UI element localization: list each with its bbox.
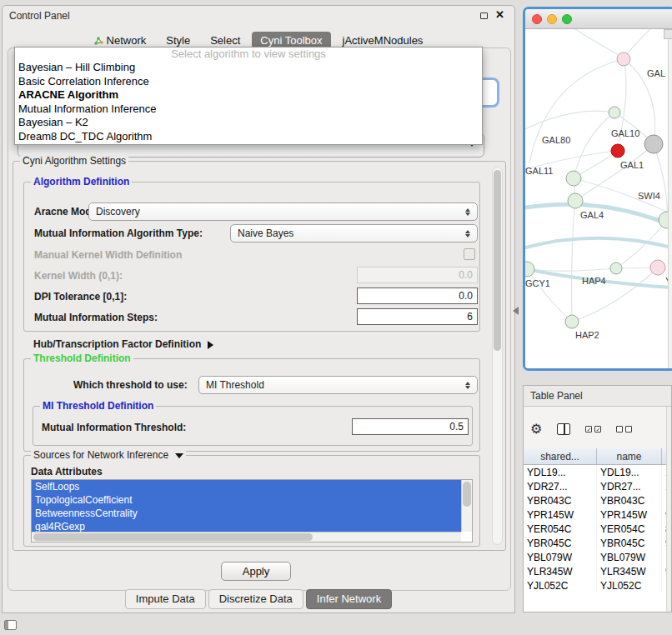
data-attributes-label: Data Attributes bbox=[31, 466, 103, 478]
table-row[interactable]: YBR043CYBR043C bbox=[524, 493, 671, 508]
network-node[interactable] bbox=[565, 315, 579, 328]
settings-scrollbar-thumb[interactable] bbox=[494, 170, 501, 351]
network-edge[interactable] bbox=[525, 111, 614, 129]
bottom-tab-infer-network[interactable]: Infer Network bbox=[306, 589, 392, 609]
table-cell: YJL052C bbox=[524, 578, 597, 592]
network-node[interactable] bbox=[568, 193, 583, 208]
table-row[interactable]: YJL052CYJL052C bbox=[524, 578, 671, 592]
network-canvas[interactable]: GALGAL80GAL10GAL11GAL1SWI4GAL4GCY1HAP4YH… bbox=[525, 29, 672, 368]
show-panel-icon[interactable] bbox=[4, 620, 17, 630]
expand-right-icon[interactable] bbox=[208, 341, 213, 349]
mi-type-combo[interactable]: Naive Bayes bbox=[230, 224, 478, 242]
kernel-width-label: Kernel Width (0,1): bbox=[34, 270, 123, 282]
float-window-icon[interactable] bbox=[480, 12, 488, 19]
network-edge[interactable] bbox=[574, 112, 614, 178]
select-all-checks-icon[interactable]: ✓ ✓ bbox=[585, 426, 601, 432]
table-row[interactable]: YLR345WYLR345W9. bbox=[524, 564, 671, 578]
column-header[interactable]: name bbox=[597, 448, 662, 464]
apply-button[interactable]: Apply bbox=[221, 562, 291, 581]
collapse-down-icon[interactable] bbox=[175, 453, 183, 458]
table-row[interactable]: YDR27...YDR27...12 bbox=[524, 479, 671, 493]
network-node[interactable] bbox=[617, 52, 630, 66]
which-threshold-value: MI Threshold bbox=[199, 379, 461, 391]
control-panel-title: Control Panel bbox=[9, 10, 70, 22]
algorithm-option[interactable]: Mutual Information Inference bbox=[15, 102, 482, 117]
hub-section-row[interactable]: Hub/Transcription Factor Definition bbox=[33, 338, 213, 350]
aracne-mode-value: Discovery bbox=[89, 206, 461, 218]
table-header-row: shared...name bbox=[524, 448, 671, 465]
tab-label: Network bbox=[107, 34, 147, 47]
bottom-tab-impute-data[interactable]: Impute Data bbox=[125, 589, 206, 609]
deselect-all-checks-icon[interactable] bbox=[616, 426, 632, 432]
network-window-titlebar[interactable] bbox=[525, 9, 672, 29]
panel-collapse-arrow-icon[interactable] bbox=[513, 307, 519, 315]
mi-threshold-field[interactable]: 0.5 bbox=[352, 418, 469, 435]
columns-icon[interactable] bbox=[557, 423, 570, 435]
bottom-tab-discretize-data[interactable]: Discretize Data bbox=[208, 589, 303, 609]
dpi-tolerance-field[interactable]: 0.0 bbox=[357, 288, 478, 304]
algorithm-dropdown-popup: Select algorithm to view settings Bayesi… bbox=[14, 47, 483, 145]
dpi-tolerance-value: 0.0 bbox=[459, 290, 473, 302]
tab-label: Select bbox=[210, 34, 240, 47]
data-attribute-item[interactable]: TopologicalCoefficient bbox=[32, 493, 461, 507]
network-node[interactable] bbox=[611, 144, 624, 158]
network-node-label: GAL1 bbox=[620, 160, 644, 170]
which-threshold-label: Which threshold to use: bbox=[73, 379, 188, 391]
network-view-window: GALGAL80GAL10GAL11GAL1SWI4GAL4GCY1HAP4YH… bbox=[523, 7, 672, 371]
algorithm-option[interactable]: Bayesian – Hill Climbing bbox=[15, 61, 482, 75]
table-cell: YBL079W bbox=[597, 550, 662, 564]
cyni-algorithm-settings-group: Cyni Algorithm Settings Algorithm Defini… bbox=[13, 161, 506, 551]
table-cell: YLR345W bbox=[597, 564, 662, 578]
manual-kernel-checkbox[interactable] bbox=[464, 248, 475, 260]
algorithm-option[interactable]: Dream8 DC_TDC Algorithm bbox=[15, 130, 482, 144]
table-row[interactable]: YBL079WYBL079W bbox=[524, 550, 671, 564]
attribute-list-vscrollbar-thumb[interactable] bbox=[463, 482, 471, 507]
column-header[interactable]: shared... bbox=[524, 448, 597, 464]
zoom-traffic-light[interactable] bbox=[562, 14, 572, 24]
data-attribute-item[interactable]: BetweennessCentrality bbox=[32, 507, 461, 520]
network-node[interactable] bbox=[650, 260, 665, 275]
close-traffic-light[interactable] bbox=[532, 14, 542, 24]
mi-steps-label: Mutual Information Steps: bbox=[34, 312, 158, 323]
network-node-label: HAP4 bbox=[582, 276, 606, 286]
network-node-label: GAL11 bbox=[525, 166, 553, 176]
network-edge[interactable] bbox=[575, 29, 624, 59]
algorithm-option[interactable]: Bayesian – K2 bbox=[15, 116, 482, 130]
mi-threshold-group: MI Threshold Definition Mutual Informati… bbox=[33, 406, 473, 446]
table-panel-window: Table Panel ⚙ ✓ ✓ shared...name YDL19...… bbox=[523, 385, 672, 612]
mi-steps-field[interactable]: 6 bbox=[357, 308, 478, 325]
network-node[interactable] bbox=[566, 171, 581, 186]
unchecked-box-icon bbox=[625, 426, 632, 432]
network-node[interactable] bbox=[610, 262, 622, 274]
algorithm-option[interactable]: Basic Correlation Inference bbox=[15, 75, 482, 89]
network-node[interactable] bbox=[609, 107, 620, 118]
attribute-list-hscrollbar-thumb[interactable] bbox=[33, 533, 313, 541]
table-row[interactable]: YPR145WYPR145W9. bbox=[524, 508, 671, 522]
network-node[interactable] bbox=[644, 135, 663, 153]
table-scrollbar[interactable] bbox=[666, 407, 671, 612]
aracne-mode-combo[interactable]: Discovery bbox=[88, 202, 478, 221]
kernel-width-field[interactable]: 0.0 bbox=[357, 267, 478, 283]
mi-threshold-group-title: MI Threshold Definition bbox=[40, 400, 156, 412]
combo-arrows-icon bbox=[461, 382, 474, 389]
sources-group-title: Sources for Network Inference bbox=[31, 449, 186, 461]
network-scrollbar[interactable] bbox=[668, 29, 672, 368]
which-threshold-combo[interactable]: MI Threshold bbox=[198, 376, 478, 394]
combo-arrows-icon bbox=[461, 208, 474, 216]
table-row[interactable]: YBR045CYBR045C9. bbox=[524, 536, 671, 550]
network-edge[interactable] bbox=[571, 201, 575, 322]
gear-icon[interactable]: ⚙ bbox=[530, 422, 542, 436]
close-icon[interactable]: ✕ bbox=[495, 8, 504, 21]
table-cell: YPR145W bbox=[597, 508, 662, 522]
table-panel-title: Table Panel bbox=[530, 390, 583, 402]
minimize-traffic-light[interactable] bbox=[547, 14, 557, 24]
birdseye-toggle-icon[interactable] bbox=[664, 29, 672, 39]
table-row[interactable]: YDL19...YDL19...13 bbox=[524, 465, 671, 479]
data-attributes-list: SelfLoopsTopologicalCoefficientBetweenne… bbox=[31, 479, 473, 542]
network-icon bbox=[94, 36, 103, 45]
algorithm-option-list: Bayesian – Hill ClimbingBasic Correlatio… bbox=[15, 61, 482, 143]
algorithm-option[interactable]: ARACNE Algorithm bbox=[15, 88, 482, 102]
table-row[interactable]: YER054CYER054C8. bbox=[524, 522, 671, 536]
network-node[interactable] bbox=[525, 262, 534, 277]
data-attribute-item[interactable]: SelfLoops bbox=[32, 480, 461, 493]
